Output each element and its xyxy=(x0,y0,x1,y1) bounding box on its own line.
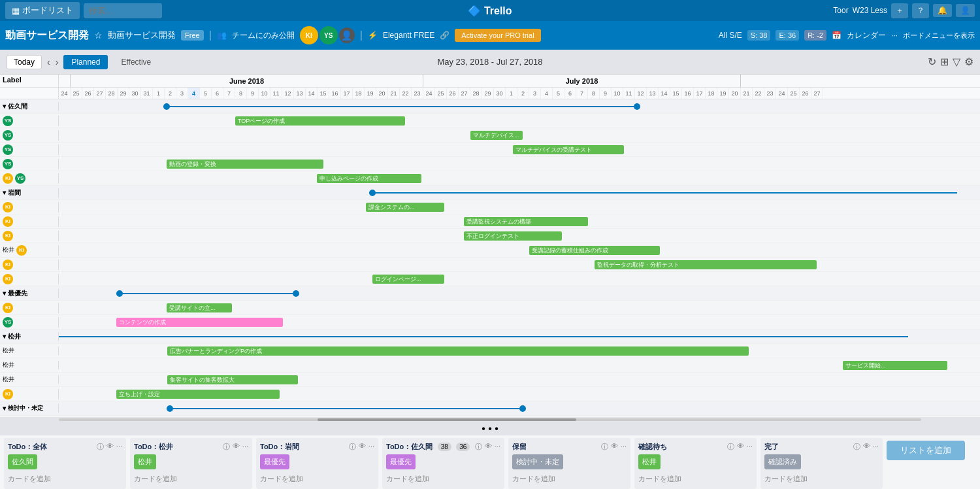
tab-planned[interactable]: Planned xyxy=(63,55,108,69)
add-card-btn-sakuma[interactable]: カードを追加 xyxy=(386,473,500,485)
more-icon-hold[interactable]: ··· xyxy=(621,442,627,452)
info-icon-matsui[interactable]: ⓘ xyxy=(223,442,230,452)
july-8: 8 xyxy=(588,88,600,99)
horizontal-scrollbar[interactable] xyxy=(0,417,980,422)
june-30: 30 xyxy=(494,88,506,99)
more-icon[interactable]: ··· xyxy=(116,442,122,452)
june-29: 29 xyxy=(482,88,494,99)
more-icon-cw[interactable]: ··· xyxy=(747,442,753,452)
refresh-button[interactable]: ↻ xyxy=(928,56,936,68)
scrollbar-track xyxy=(59,418,921,421)
prev-arrow[interactable]: ‹ xyxy=(47,57,50,67)
eye-icon-matsui[interactable]: 👁 xyxy=(233,442,240,452)
help-button[interactable]: ？ xyxy=(912,3,929,18)
gantt-scroll[interactable]: ▾ 佐久間 YS TOPページの作成 YS マルチデバイス... xyxy=(0,99,980,417)
add-member-icon[interactable]: 👤 xyxy=(339,27,355,43)
card-sakuma[interactable]: 佐久間 xyxy=(8,454,37,469)
eye-icon-done[interactable]: 👁 xyxy=(863,442,870,452)
more-icon-iwama[interactable]: ··· xyxy=(368,442,374,452)
s-count: S: 38 xyxy=(747,30,771,41)
more-icon-done[interactable]: ··· xyxy=(873,442,879,452)
july-17: 17 xyxy=(694,88,706,99)
bar-multi-test[interactable]: マルチデバイスの受講テスト xyxy=(513,145,624,154)
list-todo-sakuma-header: ToDo：佐久間 38 36 ⓘ 👁 ··· xyxy=(386,442,500,452)
add-card-btn-iwama[interactable]: カードを追加 xyxy=(260,473,374,485)
card-matsui-cw[interactable]: 松井 xyxy=(638,454,661,469)
tab-effective[interactable]: Effective xyxy=(113,55,159,69)
bar-record[interactable]: 受講記録の蓄積仕組みの作成 xyxy=(529,246,660,255)
row-ki-priority-content: 受講サイトの立... xyxy=(59,301,980,314)
june-label: June 2018 xyxy=(71,75,423,87)
search-input[interactable] xyxy=(84,3,162,18)
bar-lecture-site[interactable]: 受講サイトの立... xyxy=(167,303,232,312)
card-matsui[interactable]: 松井 xyxy=(134,454,156,469)
scrollbar-thumb[interactable] xyxy=(318,418,576,421)
july-27: 27 xyxy=(811,88,823,99)
june-8: 8 xyxy=(235,88,247,99)
bar-login-test[interactable]: 不正ログインテスト xyxy=(464,231,562,241)
add-list-button[interactable]: リストを追加 xyxy=(887,441,965,460)
bar-setup[interactable]: 立ち上げ・設定 xyxy=(116,390,280,399)
bar-content-create[interactable]: コンテンツの作成 xyxy=(116,318,283,327)
row-ki-4-label: KI xyxy=(0,260,59,270)
info-icon-cw[interactable]: ⓘ xyxy=(727,442,734,452)
bar-ad-banner[interactable]: 広告バナーとランディングPの作成 xyxy=(167,346,749,356)
settings-button[interactable]: ⚙ xyxy=(964,56,973,68)
eye-icon-iwama[interactable]: 👁 xyxy=(359,442,366,452)
july-1: 1 xyxy=(506,88,517,99)
board-toggle-row[interactable]: • • • xyxy=(0,422,980,435)
day-header-row: 24 25 26 27 28 29 30 31 1 2 3 4 5 6 7 8 … xyxy=(0,88,980,99)
row-ys-3-content: マルチデバイスの受講テスト xyxy=(59,143,980,156)
bar-billing[interactable]: 課金システムの... xyxy=(366,203,444,212)
info-icon-iwama[interactable]: ⓘ xyxy=(349,442,356,452)
profile-button[interactable]: 👤 xyxy=(956,4,975,17)
june-1: 1 xyxy=(153,88,165,99)
eye-icon-hold[interactable]: 👁 xyxy=(611,442,618,452)
bar-monitor-data[interactable]: 監視データの取得・分析テスト xyxy=(595,260,817,269)
card-confirmed-done[interactable]: 確認済み xyxy=(764,454,801,469)
eye-icon-sakuma[interactable]: 👁 xyxy=(485,442,492,452)
list-confirm-wait-title: 確認待ち xyxy=(638,442,667,452)
free-badge: Free xyxy=(181,30,204,41)
june-10: 10 xyxy=(259,88,270,99)
pro-trial-button[interactable]: Activate your PRO trial xyxy=(455,29,540,42)
info-icon-hold[interactable]: ⓘ xyxy=(601,442,608,452)
view-button[interactable]: ⊞ xyxy=(940,56,949,68)
add-card-btn-cw[interactable]: カードを追加 xyxy=(638,473,753,485)
board-list-button[interactable]: ▦ ボードリスト xyxy=(5,2,80,19)
add-card-btn-hold[interactable]: カードを追加 xyxy=(512,473,627,485)
add-card-btn-matsui[interactable]: カードを追加 xyxy=(134,473,248,485)
next-arrow[interactable]: › xyxy=(56,57,59,67)
bar-service-launch[interactable]: サービス開始... xyxy=(843,361,947,370)
bar-monitor-sys[interactable]: 受講監視システムの構築 xyxy=(464,217,588,226)
add-button[interactable]: ＋ xyxy=(891,3,908,18)
bar-login-page[interactable]: ログインページ... xyxy=(372,275,444,284)
filter-button[interactable]: ▽ xyxy=(953,56,960,68)
eye-icon-cw[interactable]: 👁 xyxy=(737,442,744,452)
info-icon[interactable]: ⓘ xyxy=(97,442,104,452)
add-card-btn-all[interactable]: カードを追加 xyxy=(8,473,122,485)
june-25: 25 xyxy=(435,88,447,99)
bar-apply-page[interactable]: 申し込みページの作成 xyxy=(317,174,421,183)
more-icon-sakuma[interactable]: ··· xyxy=(495,442,500,452)
july-3: 3 xyxy=(529,88,541,99)
more-icon-matsui[interactable]: ··· xyxy=(242,442,248,452)
add-card-btn-done[interactable]: カードを追加 xyxy=(764,473,879,485)
matsui-line xyxy=(59,336,908,337)
bar-video-reg[interactable]: 動画の登録・変換 xyxy=(167,160,323,169)
june-26: 26 xyxy=(447,88,459,99)
today-button[interactable]: Today xyxy=(7,55,42,69)
card-review-hold[interactable]: 検討中・未定 xyxy=(512,454,563,469)
bar-customer[interactable]: 集客サイトの集客数拡大 xyxy=(167,375,298,384)
bar-multi-device[interactable]: マルチデバイス... xyxy=(470,131,523,140)
star-icon[interactable]: ☆ xyxy=(94,30,103,41)
card-priority-sakuma[interactable]: 最優先 xyxy=(386,454,416,469)
row-ys-content-content: コンテンツの作成 xyxy=(59,315,980,329)
eye-icon[interactable]: 👁 xyxy=(106,442,114,452)
info-icon-sakuma[interactable]: ⓘ xyxy=(475,442,482,452)
notification-button[interactable]: 🔔 xyxy=(933,4,952,17)
bar-top-page[interactable]: TOPページの作成 xyxy=(235,116,405,126)
june-22: 22 xyxy=(400,88,412,99)
info-icon-done[interactable]: ⓘ xyxy=(853,442,860,452)
card-priority-iwama[interactable]: 最優先 xyxy=(260,454,289,469)
